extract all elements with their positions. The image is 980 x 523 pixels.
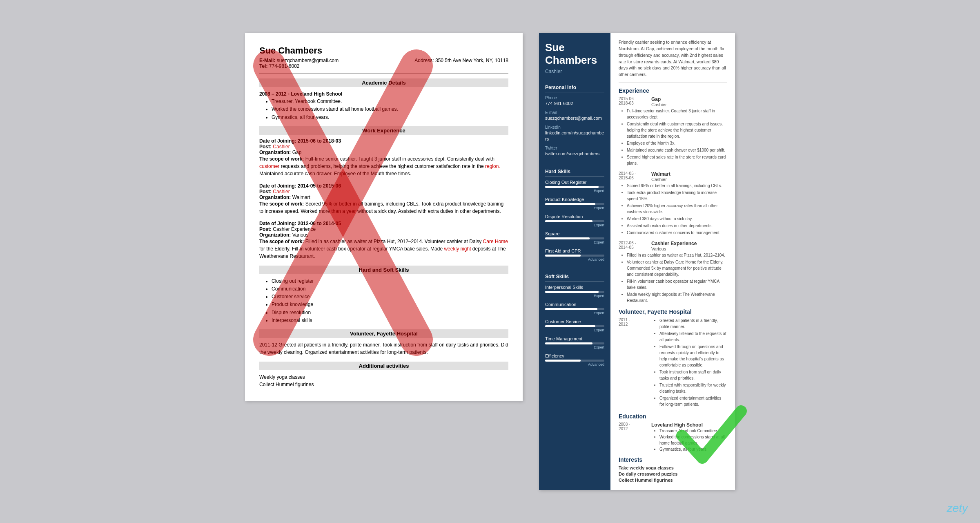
list-item: Fill-in volunteer cash box operator at r…: [627, 278, 727, 291]
skill-communication: Communication Expert: [545, 302, 604, 315]
left-job-3: Date of Joining: 2012-06 to 2014-05 Post…: [259, 221, 508, 260]
list-item: Took instruction from staff on daily tas…: [659, 369, 727, 381]
interest-yoga: Take weekly yoga classes: [619, 465, 727, 470]
right-job-gap: 2015-06 -2018-03 Gap Cashier Full-time s…: [619, 96, 727, 166]
right-job-gap-header: 2015-06 -2018-03 Gap Cashier: [619, 96, 727, 107]
left-tel-line: Tel: 774-981-6002: [259, 63, 339, 69]
left-tel: 774-981-6002: [269, 63, 300, 69]
sidebar-email-value: suezqchambers@gmail.com: [545, 116, 602, 121]
right-job-cashier-exp-info: Cashier Experience Various: [651, 241, 697, 251]
right-edu-content: Loveland High School Treasurer, Yearbook…: [651, 422, 727, 452]
list-item: Consistently deal with customer requests…: [627, 121, 727, 139]
left-address: 350 5th Ave New York, NY, 10118: [435, 58, 508, 63]
left-volunteer-text: 2011-12 Greeted all patients in a friend…: [259, 341, 508, 356]
left-academic-title: Academic Details: [259, 78, 508, 87]
left-work-title: Work Experience: [259, 126, 508, 135]
right-name-line2: Chambers: [545, 54, 597, 66]
left-job-2-post: Post: Cashier: [259, 189, 508, 194]
left-tel-label: Tel:: [259, 63, 267, 69]
right-summary: Friendly cashier seeking to enhance effi…: [619, 39, 727, 83]
right-edu-dates: 2008 -2012: [619, 422, 647, 452]
right-name-line1: Sue: [545, 41, 565, 54]
left-job-3-date: Date of Joining: 2012-06 to 2014-05: [259, 221, 508, 226]
right-job-gap-company: Gap: [651, 96, 667, 102]
left-additional-title: Additional activities: [259, 362, 508, 370]
right-main: Friendly cashier seeking to enhance effi…: [610, 33, 735, 490]
list-item: Second highest sales rate in the store f…: [627, 154, 727, 166]
right-job-walmart-info: Walmart Cashier: [651, 171, 670, 182]
left-job-1: Date of Joining: 2015-06 to 2018-03 Post…: [259, 138, 508, 177]
sidebar-twitter-value: twitter.com/suezqchambers: [545, 151, 599, 156]
right-education-title: Education: [619, 413, 727, 420]
sidebar-email-label: E-mail: [545, 110, 604, 115]
right-title: Cashier: [545, 69, 604, 74]
left-job-1-org: Organization: Gap: [259, 150, 508, 155]
right-job-gap-info: Gap Cashier: [651, 96, 667, 107]
right-job-cashier-exp-company: Cashier Experience: [651, 241, 697, 246]
list-item: Interpersonal skills: [272, 317, 508, 324]
list-item: Achieved 20% higher accuracy rates than …: [627, 203, 727, 215]
left-job-1-post: Post: Cashier: [259, 144, 508, 150]
left-address-label: Address:: [414, 58, 434, 63]
left-job-3-post: Post: Cashier Experience: [259, 226, 508, 232]
skill-square: Square Expert: [545, 231, 604, 244]
sidebar-twitter-label: Twitter: [545, 146, 604, 150]
left-additional-content: Weekly yoga classes Collect Hummel figur…: [259, 373, 508, 388]
left-job-2-scope: The scope of work: Scored 95% or better …: [259, 200, 508, 215]
interest-figurines: Collect Hummel figurines: [619, 478, 727, 483]
left-divider-1: [259, 73, 508, 74]
interest-crossword: Do daily crossword puzzles: [619, 472, 727, 476]
right-job-cashier-exp-dates: 2012-06 -2014-05: [619, 241, 647, 251]
right-edu-name: Loveland High School: [651, 422, 727, 428]
right-job-cashier-exp-title: Various: [651, 246, 697, 251]
sidebar-phone-value: 774-981-6002: [545, 101, 573, 106]
list-item: Customer service: [272, 293, 508, 301]
right-job-walmart-header: 2014-05 -2015-06 Walmart Cashier: [619, 171, 727, 182]
left-job-2-date: Date of Joining: 2014-05 to 2015-06: [259, 183, 508, 189]
left-academic-content: 2008 – 2012 - Loveland High School Treas…: [259, 90, 508, 121]
right-edu-bullets: Treasurer, Yearbook Committee. Worked th…: [659, 428, 727, 452]
sidebar-hard-skills-title: Hard Skills: [545, 169, 604, 177]
list-item: Worked the concessions stand at all home…: [272, 105, 508, 113]
sidebar-phone-item: Phone 774-981-6002: [545, 96, 604, 106]
sidebar-soft-skills-section: Soft Skills Interpersonal Skills Expert …: [539, 270, 610, 375]
main-container: Sue Chambers E-Mail: suezqchambers@gmail…: [41, 33, 939, 490]
list-item: Assisted with extra duties in other depa…: [627, 223, 727, 229]
right-sidebar: Sue Chambers Cashier Personal Info Phone…: [539, 33, 610, 490]
zety-watermark: zety: [947, 502, 968, 515]
left-job-1-scope: The scope of work: Full-time senior cash…: [259, 155, 508, 177]
right-job-cashier-exp: 2012-06 -2014-05 Cashier Experience Vari…: [619, 241, 727, 304]
sidebar-header: Sue Chambers Cashier: [539, 33, 610, 80]
left-email-line: E-Mail: suezqchambers@gmail.com: [259, 58, 339, 63]
list-item: Took extra product knowledge training to…: [627, 190, 727, 202]
left-resume-wrapper: Sue Chambers E-Mail: suezqchambers@gmail…: [245, 33, 523, 401]
right-job-walmart: 2014-05 -2015-06 Walmart Cashier Scored …: [619, 171, 727, 236]
left-academic-bullets: Treasurer, Yearbook Committee. Worked th…: [272, 98, 508, 121]
skill-interpersonal: Interpersonal Skills Expert: [545, 285, 604, 298]
list-item: Weekly yoga classes: [259, 373, 508, 381]
right-edu-header: 2008 -2012 Loveland High School Treasure…: [619, 422, 727, 452]
list-item: Greeted all patients in a friendly, poli…: [659, 317, 727, 330]
right-job-gap-title: Cashier: [651, 102, 667, 107]
right-job-walmart-company: Walmart: [651, 171, 670, 177]
left-email: suezqchambers@gmail.com: [277, 58, 339, 63]
right-volunteer-dates: 2011 -2012: [619, 317, 647, 408]
left-job-3-scope: The scope of work: Filled in as cashier …: [259, 238, 508, 260]
left-name: Sue Chambers: [259, 45, 508, 56]
list-item: Volunteer cashier at Daisy Care Home for…: [627, 259, 727, 277]
left-email-label: E-Mail:: [259, 58, 275, 63]
list-item: Maintained accurate cash drawer over $10…: [627, 147, 727, 153]
right-volunteer: 2011 -2012 Greeted all patients in a fri…: [619, 317, 727, 408]
right-volunteer-bullets: Greeted all patients in a friendly, poli…: [659, 317, 727, 407]
list-item: Scored 95% or better in all trainings, i…: [627, 183, 727, 189]
sidebar-personal-title: Personal Info: [545, 85, 604, 92]
left-job-1-date: Date of Joining: 2015-06 to 2018-03: [259, 138, 508, 144]
right-job-cashier-exp-header: 2012-06 -2014-05 Cashier Experience Vari…: [619, 241, 727, 251]
list-item: Communication: [272, 285, 508, 293]
list-item: Communicated customer concerns to manage…: [627, 230, 727, 236]
left-job-2: Date of Joining: 2014-05 to 2015-06 Post…: [259, 183, 508, 215]
list-item: Worked the concessions stand at all home…: [659, 434, 727, 446]
list-item: Trusted with responsibility for weekly c…: [659, 382, 727, 394]
sidebar-linkedin-item: LinkedIn linkedin.com/in/suezqchambers: [545, 125, 604, 142]
sidebar-hard-skills-section: Hard Skills Closing Out Register Expert …: [539, 165, 610, 270]
